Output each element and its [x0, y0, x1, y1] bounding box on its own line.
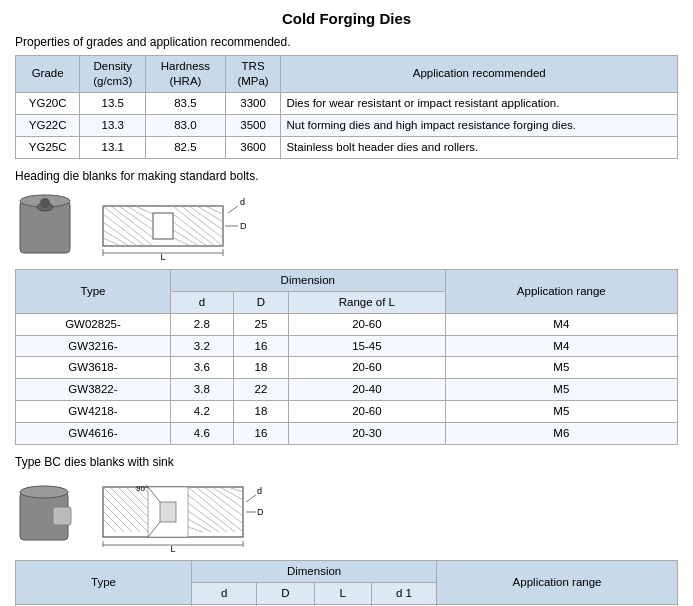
table-row: GW02825-2.82520-60M4 [16, 313, 678, 335]
svg-line-56 [220, 487, 243, 500]
svg-line-61 [188, 519, 211, 532]
table-cell: 20-40 [289, 379, 445, 401]
dim-d1-2: d 1 [371, 583, 436, 605]
section1-title: Heading die blanks for making standard b… [15, 169, 678, 183]
table-cell: 13.5 [80, 92, 146, 114]
col-trs: TRS(MPa) [225, 56, 281, 93]
app-range-header-2: Application range [437, 561, 678, 605]
svg-line-13 [103, 222, 137, 246]
table-cell: 3.6 [170, 357, 233, 379]
table-cell: 3.8 [170, 379, 233, 401]
table-cell: M4 [445, 313, 677, 335]
table-cell: 22 [233, 379, 288, 401]
table-cell: Stainless bolt header dies and rollers. [281, 136, 678, 158]
cylinder-diagram-2: 90° L d D [15, 477, 278, 552]
svg-rect-64 [160, 502, 176, 522]
svg-text:d: d [257, 486, 262, 496]
table-cell: M5 [445, 401, 677, 423]
type-header-2: Type [16, 561, 192, 605]
subtitle: Properties of grades and application rec… [15, 35, 678, 49]
table-cell: GW02825- [16, 313, 171, 335]
cylinder-diagram-1: L d D [15, 191, 253, 261]
table-cell: GW3618- [16, 357, 171, 379]
table-cell: 13.1 [80, 136, 146, 158]
diagram-area-2: 90° L d D [15, 477, 678, 552]
col-hardness: Hardness(HRA) [146, 56, 225, 93]
svg-text:D: D [240, 221, 247, 231]
table-cell: 83.0 [146, 114, 225, 136]
table-cell: M5 [445, 379, 677, 401]
table-cell: 20-30 [289, 423, 445, 445]
svg-text:L: L [170, 544, 175, 552]
table-row: GW3618-3.61820-60M5 [16, 357, 678, 379]
bc-cylinder-svg [15, 482, 80, 547]
svg-line-24 [173, 222, 207, 246]
table-cell: 3600 [225, 136, 281, 158]
table-cell: 82.5 [146, 136, 225, 158]
dimension-header-1: Dimension [170, 269, 445, 291]
svg-line-48 [103, 503, 132, 532]
table-cell: M6 [445, 423, 677, 445]
col-density: Density(g/cm3) [80, 56, 146, 93]
dim-D-1: D [233, 291, 288, 313]
svg-text:d: d [240, 197, 245, 207]
table-cell: 16 [233, 423, 288, 445]
table-cell: Dies for wear resistant or impact resist… [281, 92, 678, 114]
dim-d-1: d [170, 291, 233, 313]
svg-line-19 [189, 206, 223, 230]
table-cell: YG22C [16, 114, 80, 136]
tech-drawing-svg-1: L d D [83, 191, 253, 261]
svg-text:L: L [160, 252, 165, 261]
table-cell: 18 [233, 357, 288, 379]
properties-table: Grade Density(g/cm3) Hardness(HRA) TRS(M… [15, 55, 678, 159]
table-cell: 20-60 [289, 401, 445, 423]
svg-text:D: D [257, 507, 264, 517]
svg-line-47 [103, 495, 140, 532]
svg-point-3 [40, 198, 50, 208]
dimension-table-1: Type Dimension Application range d D Ran… [15, 269, 678, 446]
table-cell: 25 [233, 313, 288, 335]
svg-line-72 [246, 495, 256, 502]
col-grade: Grade [16, 56, 80, 93]
svg-line-54 [204, 487, 243, 516]
svg-line-8 [119, 206, 153, 230]
table-cell: GW4218- [16, 401, 171, 423]
table-cell: GW3822- [16, 379, 171, 401]
table-cell: YG25C [16, 136, 80, 158]
page-title: Cold Forging Dies [15, 10, 678, 27]
table-cell: M5 [445, 357, 677, 379]
table-cell: 15-45 [289, 335, 445, 357]
svg-line-50 [103, 519, 116, 532]
table-cell: GW3216- [16, 335, 171, 357]
table-row: YG20C13.583.53300Dies for wear resistant… [16, 92, 678, 114]
table-cell: 13.3 [80, 114, 146, 136]
solid-cylinder-svg [15, 193, 75, 258]
dim-d-2: d [192, 583, 257, 605]
table-cell: 4.2 [170, 401, 233, 423]
tech-drawing-svg-2: 90° L d D [88, 477, 278, 552]
table-cell: 20-60 [289, 313, 445, 335]
svg-text:90°: 90° [136, 484, 148, 493]
diagram-area-1: L d D [15, 191, 678, 261]
table-cell: GW4616- [16, 423, 171, 445]
dim-D-2: D [257, 583, 314, 605]
table-cell: 18 [233, 401, 288, 423]
table-cell: 3300 [225, 92, 281, 114]
table-cell: 3.2 [170, 335, 233, 357]
svg-line-49 [103, 511, 124, 532]
svg-line-57 [228, 487, 243, 492]
table-cell: Nut forming dies and high impact resista… [281, 114, 678, 136]
svg-line-59 [188, 503, 227, 532]
table-cell: 20-60 [289, 357, 445, 379]
svg-point-37 [20, 486, 68, 498]
table-row: GW3822-3.82220-40M5 [16, 379, 678, 401]
dimension-table-2: Type Dimension Application range d D L d… [15, 560, 678, 606]
table-cell: 3500 [225, 114, 281, 136]
table-cell: 16 [233, 335, 288, 357]
type-header-1: Type [16, 269, 171, 313]
svg-rect-38 [53, 507, 71, 525]
table-row: YG22C13.383.03500Nut forming dies and hi… [16, 114, 678, 136]
dim-range-L-1: Range of L [289, 291, 445, 313]
svg-line-30 [228, 206, 238, 213]
table-row: GW4218-4.21820-60M5 [16, 401, 678, 423]
